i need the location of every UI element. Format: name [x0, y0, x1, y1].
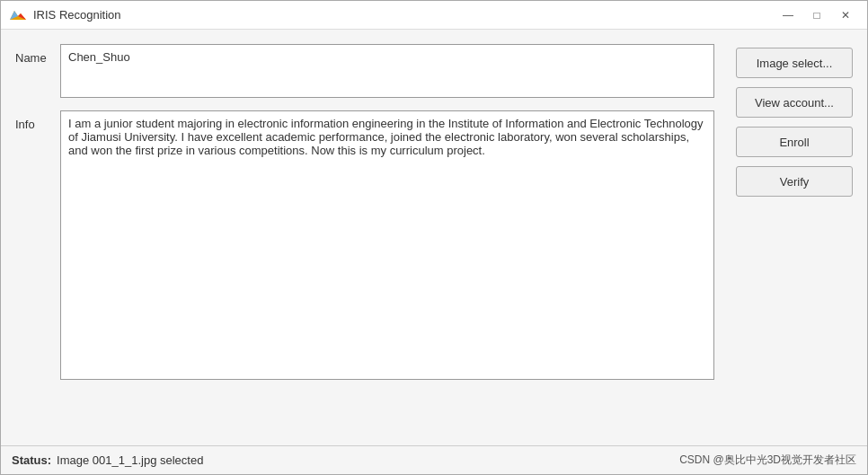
title-bar-controls: — □ ✕ — [775, 5, 858, 25]
title-bar: IRIS Recognition — □ ✕ — [1, 1, 867, 30]
button-panel: Image select... View account... Enroll V… — [714, 44, 853, 436]
name-input[interactable] — [60, 44, 714, 98]
maximize-button[interactable]: □ — [804, 5, 829, 25]
enroll-button[interactable]: Enroll — [736, 127, 853, 157]
status-value: Image 001_1_1.jpg selected — [57, 453, 203, 467]
content-area: Name Info Image select... View account..… — [1, 30, 867, 436]
close-button[interactable]: ✕ — [833, 5, 858, 25]
window-title: IRIS Recognition — [33, 8, 121, 22]
matlab-icon — [10, 7, 26, 23]
info-input[interactable] — [60, 110, 714, 380]
view-account-button[interactable]: View account... — [736, 87, 853, 118]
image-select-button[interactable]: Image select... — [736, 48, 853, 78]
name-field-row: Name — [15, 44, 714, 98]
status-label: Status: — [12, 453, 51, 467]
info-label: Info — [15, 110, 51, 131]
form-section: Name Info — [15, 44, 714, 436]
main-row: Name Info Image select... View account..… — [15, 44, 853, 436]
minimize-button[interactable]: — — [775, 5, 801, 25]
name-label: Name — [15, 44, 51, 65]
status-bar: Status: Image 001_1_1.jpg selected CSDN … — [1, 445, 867, 474]
status-left: Status: Image 001_1_1.jpg selected — [12, 453, 203, 467]
watermark: CSDN @奥比中光3D视觉开发者社区 — [679, 453, 856, 468]
info-field-row: Info — [15, 110, 714, 380]
title-bar-left: IRIS Recognition — [10, 7, 121, 23]
verify-button[interactable]: Verify — [736, 166, 853, 197]
main-window: IRIS Recognition — □ ✕ Name Info — [0, 0, 868, 475]
